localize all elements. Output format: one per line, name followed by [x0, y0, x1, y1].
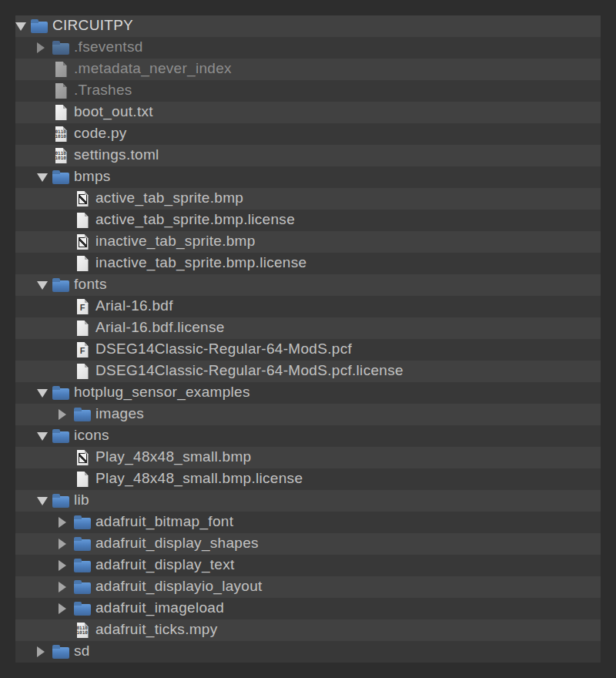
expander-spacer	[59, 317, 74, 339]
chevron-right-icon[interactable]	[37, 37, 52, 59]
chevron-down-icon[interactable]	[37, 490, 52, 512]
file-name-label: adafruit_displayio_layout	[95, 578, 263, 595]
expander-triangle	[59, 409, 66, 420]
indent-spacer	[15, 253, 59, 274]
tree-row[interactable]: DSEG14Classic-Regular-64-ModS.pcf.licens…	[15, 361, 601, 382]
indent-spacer	[15, 59, 37, 80]
file-name-label: active_tab_sprite.bmp	[95, 190, 243, 206]
chevron-down-icon[interactable]	[15, 15, 31, 37]
binary-file-icon: 01101010	[52, 123, 69, 145]
indent-spacer	[15, 555, 59, 576]
chevron-down-icon[interactable]	[37, 166, 52, 188]
folder-icon	[31, 15, 48, 37]
file-name-label: .Trashes	[74, 82, 132, 99]
tree-row[interactable]: .metadata_never_index	[15, 59, 601, 80]
indent-spacer	[15, 317, 59, 339]
pencil-frame-glyph	[79, 237, 87, 247]
tree-row[interactable]: adafruit_display_text	[15, 555, 601, 576]
folder-icon	[74, 576, 91, 598]
tree-row[interactable]: FDSEG14Classic-Regular-64-ModS.pcf	[15, 339, 601, 361]
tree-row[interactable]: inactive_tab_sprite.bmp	[15, 231, 601, 253]
tree-row[interactable]: active_tab_sprite.bmp.license	[15, 210, 601, 231]
indent-spacer	[15, 598, 59, 619]
font-letter-glyph: F	[77, 299, 89, 314]
tree-row[interactable]: FArial-16.bdf	[15, 296, 601, 317]
tree-row[interactable]: Play_48x48_small.bmp.license	[15, 468, 601, 490]
expander-triangle	[59, 603, 66, 614]
file-name-label: active_tab_sprite.bmp.license	[95, 211, 295, 228]
indent-spacer	[15, 619, 59, 641]
tree-row[interactable]: fonts	[15, 274, 601, 296]
tree-row[interactable]: adafruit_display_shapes	[15, 533, 601, 555]
expander-triangle	[59, 539, 66, 549]
pencil-frame-glyph	[79, 453, 87, 463]
folder-glyph	[52, 647, 69, 659]
document-icon	[74, 210, 91, 231]
tree-row[interactable]: sd	[15, 641, 601, 663]
file-name-label: boot_out.txt	[74, 103, 153, 120]
chevron-right-icon[interactable]	[37, 641, 52, 663]
tree-row[interactable]: adafruit_imageload	[15, 598, 601, 619]
chevron-down-icon[interactable]	[37, 425, 52, 447]
indent-spacer	[15, 490, 37, 512]
binary-file-icon: 01101010	[52, 145, 69, 166]
tree-row[interactable]: hotplug_sensor_examples	[15, 382, 601, 404]
image-file-icon	[74, 188, 91, 210]
tree-row[interactable]: icons	[15, 425, 601, 447]
page-glyph	[77, 450, 89, 465]
indent-spacer	[15, 425, 37, 447]
tree-row[interactable]: .Trashes	[15, 80, 601, 102]
file-name-label: adafruit_ticks.mpy	[95, 621, 218, 638]
folder-icon	[74, 404, 91, 425]
binary-digits: 01101010	[55, 129, 65, 139]
tree-row[interactable]: images	[15, 404, 601, 425]
chevron-right-icon[interactable]	[59, 533, 74, 555]
tree-row[interactable]: 01101010code.py	[15, 123, 601, 145]
tree-row[interactable]: adafruit_displayio_layout	[15, 576, 601, 598]
tree-row[interactable]: adafruit_bitmap_font	[15, 512, 601, 533]
tree-row[interactable]: boot_out.txt	[15, 102, 601, 123]
file-name-label: settings.toml	[74, 146, 159, 163]
chevron-down-icon[interactable]	[37, 382, 52, 404]
folder-glyph	[52, 431, 69, 443]
page-glyph: F	[77, 299, 89, 314]
page-glyph	[55, 62, 67, 77]
tree-row[interactable]: 01101010settings.toml	[15, 145, 601, 166]
tree-row[interactable]: 01101010adafruit_ticks.mpy	[15, 619, 601, 641]
chevron-right-icon[interactable]	[59, 598, 74, 619]
indent-spacer	[15, 274, 37, 296]
document-icon	[52, 102, 69, 123]
tree-row[interactable]: active_tab_sprite.bmp	[15, 188, 601, 210]
file-name-label: inactive_tab_sprite.bmp.license	[95, 254, 306, 271]
expander-spacer	[59, 253, 74, 274]
folder-glyph	[52, 173, 69, 184]
tree-row[interactable]: inactive_tab_sprite.bmp.license	[15, 253, 601, 274]
file-name-label: Arial-16.bdf	[95, 297, 173, 314]
chevron-right-icon[interactable]	[59, 576, 74, 598]
page-glyph	[77, 472, 89, 487]
page-glyph: 01101010	[55, 148, 67, 163]
tree-row[interactable]: Play_48x48_small.bmp	[15, 447, 601, 468]
font-file-icon: F	[74, 339, 91, 361]
file-name-label: CIRCUITPY	[52, 17, 133, 34]
folder-glyph	[74, 410, 91, 421]
folder-icon	[52, 425, 69, 447]
tree-row[interactable]: .fseventsd	[15, 37, 601, 59]
indent-spacer	[15, 576, 59, 598]
folder-icon	[52, 37, 69, 59]
document-icon	[52, 80, 69, 102]
tree-row[interactable]: CIRCUITPY	[15, 15, 601, 37]
pencil-frame-glyph	[79, 194, 87, 204]
file-name-label: sd	[74, 643, 90, 660]
chevron-down-icon[interactable]	[37, 274, 52, 296]
folder-icon	[74, 512, 91, 533]
binary-file-icon: 01101010	[74, 619, 91, 641]
chevron-right-icon[interactable]	[59, 512, 74, 533]
file-name-label: icons	[74, 427, 109, 444]
folder-glyph	[74, 539, 91, 551]
chevron-right-icon[interactable]	[59, 404, 74, 425]
tree-row[interactable]: lib	[15, 490, 601, 512]
tree-row[interactable]: bmps	[15, 166, 601, 188]
chevron-right-icon[interactable]	[59, 555, 74, 576]
tree-row[interactable]: Arial-16.bdf.license	[15, 317, 601, 339]
